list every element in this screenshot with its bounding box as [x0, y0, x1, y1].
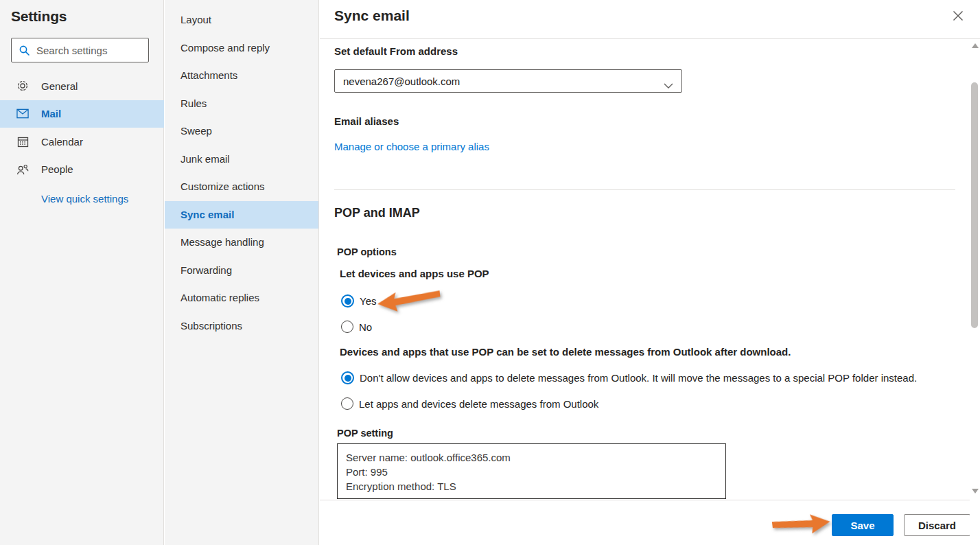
radio-label: Let apps and devices delete messages fro…	[359, 398, 598, 410]
chevron-down-icon	[664, 79, 673, 91]
people-icon	[16, 163, 29, 176]
radio-unselected-icon	[341, 397, 353, 410]
mail-settings-subnav: Layout Compose and reply Attachments Rul…	[165, 0, 319, 545]
subnav-item-junk-email[interactable]: Junk email	[165, 146, 318, 174]
view-quick-settings-link[interactable]: View quick settings	[41, 193, 128, 205]
subnav-item-automatic-replies[interactable]: Automatic replies	[165, 284, 318, 312]
subnav-item-layout[interactable]: Layout	[165, 6, 318, 34]
discard-button[interactable]: Discard	[904, 514, 970, 536]
subnav-item-compose-and-reply[interactable]: Compose and reply	[165, 34, 318, 62]
sidebar-item-label: People	[41, 163, 73, 175]
panel-header: Sync email	[320, 0, 980, 39]
pop-imap-heading: POP and IMAP	[334, 206, 420, 220]
subnav-item-message-handling[interactable]: Message handling	[165, 229, 318, 257]
subnav-item-sync-email[interactable]: Sync email	[165, 201, 318, 229]
subnav-item-forwarding[interactable]: Forwarding	[165, 257, 318, 285]
sync-email-panel: Sync email Set default From address neve…	[320, 0, 980, 545]
radio-selected-icon	[341, 294, 354, 308]
default-from-label: Set default From address	[334, 45, 458, 57]
manage-alias-link[interactable]: Manage or choose a primary alias	[334, 141, 489, 152]
scroll-down-icon[interactable]	[972, 489, 979, 494]
subnav-item-customize-actions[interactable]: Customize actions	[165, 173, 318, 201]
settings-title: Settings	[0, 0, 163, 25]
pop-port-line: Port: 995	[346, 465, 725, 479]
search-settings-input[interactable]	[36, 45, 139, 56]
sidebar-item-label: Calendar	[41, 136, 83, 148]
subnav-item-attachments[interactable]: Attachments	[165, 62, 318, 90]
pop-no-radio[interactable]: No	[341, 321, 372, 333]
default-from-value: nevena267@outlook.com	[343, 76, 460, 87]
pop-options-label: POP options	[337, 246, 397, 257]
pop-yes-radio[interactable]: Yes	[341, 294, 376, 308]
panel-title: Sync email	[334, 8, 410, 24]
close-icon[interactable]	[952, 10, 964, 22]
radio-label: Don't allow devices and apps to delete m…	[360, 372, 917, 384]
subnav-item-rules[interactable]: Rules	[165, 90, 318, 118]
sidebar-item-label: General	[41, 80, 78, 92]
pop-setting-box: Server name: outlook.office365.com Port:…	[337, 443, 726, 499]
sidebar-item-calendar[interactable]: Calendar	[0, 128, 164, 156]
sidebar-item-people[interactable]: People	[0, 156, 164, 184]
allow-delete-radio[interactable]: Let apps and devices delete messages fro…	[341, 397, 598, 410]
subnav-item-subscriptions[interactable]: Subscriptions	[165, 312, 318, 340]
radio-selected-icon	[341, 371, 354, 384]
gear-icon	[16, 80, 29, 92]
outlook-settings-window: Settings General	[0, 0, 980, 545]
radio-label: No	[359, 321, 372, 333]
use-pop-label: Let devices and apps use POP	[340, 268, 489, 279]
footer-divider	[320, 500, 980, 500]
scroll-up-icon[interactable]	[972, 43, 979, 48]
section-divider	[334, 189, 955, 190]
search-settings-box[interactable]	[11, 38, 149, 62]
pop-delete-question-label: Devices and apps that use POP can be set…	[340, 346, 791, 358]
pop-setting-label: POP setting	[337, 428, 393, 439]
calendar-icon	[16, 135, 29, 148]
settings-nav: General Mail	[0, 72, 164, 183]
sidebar-item-mail[interactable]: Mail	[0, 100, 164, 128]
settings-sidebar: Settings General	[0, 0, 164, 545]
sidebar-item-label: Mail	[41, 108, 61, 119]
mail-icon	[16, 108, 29, 120]
scrollbar-thumb[interactable]	[971, 82, 978, 328]
save-button[interactable]: Save	[832, 514, 894, 536]
search-icon	[19, 45, 30, 56]
sidebar-item-general[interactable]: General	[0, 72, 164, 100]
pop-server-line: Server name: outlook.office365.com	[346, 450, 725, 465]
email-aliases-label: Email aliases	[334, 115, 399, 127]
vertical-scrollbar	[970, 40, 980, 545]
subnav-item-sweep[interactable]: Sweep	[165, 117, 318, 146]
dont-allow-delete-radio[interactable]: Don't allow devices and apps to delete m…	[341, 371, 917, 384]
radio-label: Yes	[360, 295, 376, 307]
radio-unselected-icon	[341, 321, 353, 333]
default-from-dropdown[interactable]: nevena267@outlook.com	[334, 69, 682, 93]
pop-encryption-line: Encryption method: TLS	[346, 479, 725, 494]
